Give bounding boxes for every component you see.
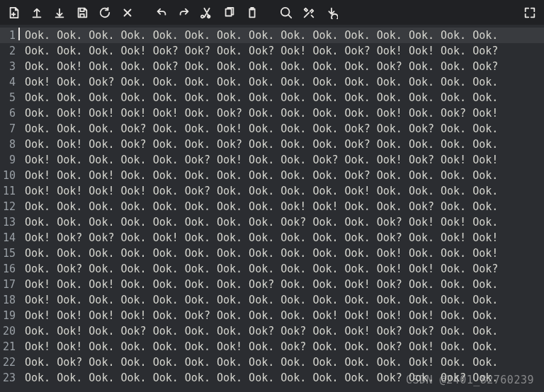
line-number: 9 bbox=[0, 152, 18, 168]
editor-line[interactable]: 1 Ook. Ook. Ook. Ook. Ook. Ook. Ook. Ook… bbox=[0, 28, 544, 43]
copy-icon[interactable] bbox=[220, 3, 239, 23]
line-number: 3 bbox=[0, 59, 18, 74]
editor-line[interactable]: 11 Ook! Ook! Ook! Ook! Ook. Ook? Ook. Oo… bbox=[0, 183, 544, 199]
editor-line[interactable]: 13 Ook. Ook. Ook. Ook. Ook. Ook. Ook. Oo… bbox=[0, 214, 544, 230]
undo-icon[interactable] bbox=[152, 3, 171, 23]
line-content: Ook. Ook! Ook. Ook? Ook. Ook. Ook? Ook. … bbox=[18, 137, 504, 152]
line-number: 20 bbox=[0, 323, 18, 339]
line-number: 18 bbox=[0, 292, 18, 308]
line-number: 17 bbox=[0, 277, 18, 292]
line-content: Ook. Ook. Ook. Ook? Ook. Ook. Ook! Ook. … bbox=[18, 121, 504, 137]
line-content: Ook. Ook. Ook. Ook! Ook? Ook? Ook. Ook? … bbox=[18, 43, 504, 59]
line-number: 11 bbox=[0, 183, 18, 199]
line-number: 7 bbox=[0, 121, 18, 137]
line-number: 16 bbox=[0, 261, 18, 277]
save-icon[interactable] bbox=[72, 3, 92, 23]
line-content: Ook! Ook. Ook. Ook. Ook. Ook. Ook. Ook. … bbox=[18, 292, 504, 308]
editor-line[interactable]: 3 Ook. Ook! Ook. Ook. Ook? Ook. Ook. Ook… bbox=[0, 59, 544, 74]
line-content: Ook! Ook. Ook. Ook. Ook. Ook? Ook! Ook. … bbox=[18, 152, 504, 168]
line-number: 10 bbox=[0, 168, 18, 183]
editor-line[interactable]: 16 Ook. Ook? Ook. Ook. Ook. Ook. Ook. Oo… bbox=[0, 261, 544, 277]
line-number: 8 bbox=[0, 137, 18, 152]
editor-line[interactable]: 7 Ook. Ook. Ook. Ook? Ook. Ook. Ook! Ook… bbox=[0, 121, 544, 137]
editor-line[interactable]: 19 Ook! Ook! Ook! Ook! Ook. Ook? Ook. Oo… bbox=[0, 308, 544, 323]
line-content: Ook. Ook. Ook. Ook. Ook. Ook. Ook. Ook. … bbox=[18, 246, 504, 261]
line-number: 6 bbox=[0, 105, 18, 121]
line-content: Ook. Ook. Ook. Ook. Ook. Ook. Ook. Ook. … bbox=[18, 214, 504, 230]
editor-line[interactable]: 6 Ook. Ook! Ook! Ook! Ook! Ook. Ook? Ook… bbox=[0, 105, 544, 121]
line-number: 1 bbox=[0, 28, 18, 43]
line-content: Ook! Ook? Ook? Ook. Ook! Ook. Ook. Ook. … bbox=[18, 230, 504, 246]
watermark: CSDN @2401_82760239 bbox=[406, 374, 534, 386]
editor-line[interactable]: 21 Ook! Ook! Ook. Ook. Ook. Ook. Ook! Oo… bbox=[0, 339, 544, 354]
line-content: Ook. Ook. Ook. Ook. Ook. Ook. Ook. Ook. … bbox=[18, 90, 504, 105]
line-number: 19 bbox=[0, 308, 18, 323]
reload-icon[interactable] bbox=[95, 3, 115, 23]
line-number: 14 bbox=[0, 230, 18, 246]
editor-line[interactable]: 22 Ook. Ook? Ook. Ook. Ook. Ook. Ook. Oo… bbox=[0, 354, 544, 370]
editor-line[interactable]: 17 Ook! Ook. Ook! Ook. Ook. Ook. Ook. Oo… bbox=[0, 277, 544, 292]
editor-line[interactable]: 4 Ook! Ook. Ook? Ook. Ook. Ook. Ook. Ook… bbox=[0, 74, 544, 90]
redo-icon[interactable] bbox=[174, 3, 194, 23]
goto-icon[interactable] bbox=[322, 3, 341, 23]
editor-line[interactable]: 2 Ook. Ook. Ook. Ook! Ook? Ook? Ook. Ook… bbox=[0, 43, 544, 59]
line-content: Ook! Ook. Ook! Ook. Ook. Ook. Ook. Ook? … bbox=[18, 277, 504, 292]
line-number: 15 bbox=[0, 246, 18, 261]
line-content: Ook. Ook? Ook. Ook. Ook. Ook. Ook. Ook. … bbox=[18, 354, 504, 370]
toolbar bbox=[0, 0, 544, 25]
editor-line[interactable]: 20 Ook. Ook! Ook. Ook? Ook. Ook. Ook. Oo… bbox=[0, 323, 544, 339]
editor-line[interactable]: 14 Ook! Ook? Ook? Ook. Ook! Ook. Ook. Oo… bbox=[0, 230, 544, 246]
editor-line[interactable]: 10 Ook! Ook. Ook! Ook. Ook. Ook. Ook. Oo… bbox=[0, 168, 544, 183]
line-content: Ook! Ook! Ook! Ook! Ook. Ook? Ook. Ook. … bbox=[18, 308, 504, 323]
editor-line[interactable]: 12 Ook. Ook. Ook. Ook. Ook. Ook. Ook. Oo… bbox=[0, 199, 544, 214]
editor-line[interactable]: 15 Ook. Ook. Ook. Ook. Ook. Ook. Ook. Oo… bbox=[0, 246, 544, 261]
code-editor[interactable]: 1 Ook. Ook. Ook. Ook. Ook. Ook. Ook. Ook… bbox=[0, 25, 544, 386]
editor-line[interactable]: 18 Ook! Ook. Ook. Ook. Ook. Ook. Ook. Oo… bbox=[0, 292, 544, 308]
line-number: 12 bbox=[0, 199, 18, 214]
download-icon[interactable] bbox=[50, 3, 69, 23]
upload-icon[interactable] bbox=[27, 3, 47, 23]
line-number: 5 bbox=[0, 90, 18, 105]
new-file-icon[interactable] bbox=[4, 3, 24, 23]
line-content: Ook. Ook! Ook! Ook! Ook! Ook. Ook? Ook. … bbox=[18, 105, 504, 121]
line-number: 13 bbox=[0, 214, 18, 230]
editor-line[interactable]: 9 Ook! Ook. Ook. Ook. Ook. Ook? Ook! Ook… bbox=[0, 152, 544, 168]
editor-line[interactable]: 8 Ook. Ook! Ook. Ook? Ook. Ook. Ook? Ook… bbox=[0, 137, 544, 152]
line-content: Ook. Ook. Ook. Ook. Ook. Ook. Ook. Ook. … bbox=[18, 199, 504, 214]
line-number: 22 bbox=[0, 354, 18, 370]
search-icon[interactable] bbox=[276, 3, 296, 23]
line-number: 21 bbox=[0, 339, 18, 354]
line-number: 4 bbox=[0, 74, 18, 90]
editor-line[interactable]: 5 Ook. Ook. Ook. Ook. Ook. Ook. Ook. Ook… bbox=[0, 90, 544, 105]
line-content: Ook! Ook. Ook? Ook. Ook. Ook. Ook. Ook. … bbox=[18, 74, 504, 90]
close-icon[interactable] bbox=[118, 3, 137, 23]
line-content: Ook! Ook! Ook! Ook! Ook. Ook? Ook. Ook. … bbox=[18, 183, 504, 199]
line-content: Ook! Ook! Ook. Ook. Ook. Ook. Ook! Ook. … bbox=[18, 339, 504, 354]
line-content: Ook. Ook! Ook. Ook. Ook? Ook. Ook. Ook. … bbox=[18, 59, 504, 74]
fullscreen-icon[interactable] bbox=[520, 3, 540, 23]
line-number: 2 bbox=[0, 43, 18, 59]
line-content: Ook. Ook! Ook. Ook? Ook. Ook. Ook. Ook? … bbox=[18, 323, 504, 339]
cut-icon[interactable] bbox=[197, 3, 217, 23]
line-content: Ook! Ook. Ook! Ook. Ook. Ook. Ook. Ook. … bbox=[18, 168, 504, 183]
tools-icon[interactable] bbox=[299, 3, 319, 23]
paste-icon[interactable] bbox=[242, 3, 262, 23]
line-number: 23 bbox=[0, 370, 18, 386]
line-content: Ook. Ook. Ook. Ook. Ook. Ook. Ook. Ook. … bbox=[18, 28, 504, 43]
line-content: Ook. Ook? Ook. Ook. Ook. Ook. Ook. Ook. … bbox=[18, 261, 504, 277]
